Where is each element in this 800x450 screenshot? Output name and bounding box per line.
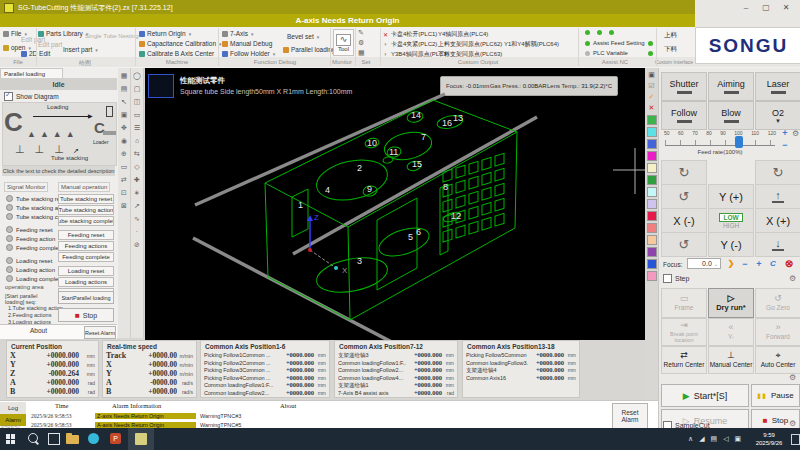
manual-center-button[interactable]: ⊥Manual Center [708,346,754,374]
break-point-button[interactable]: ⇥Break point location [661,318,707,346]
feed-plus-button[interactable]: + [779,128,791,138]
active-app-icon[interactable] [135,433,147,445]
stop-loading-button[interactable]: ■Stop [58,308,114,322]
palette-color-swatch[interactable] [647,163,657,173]
manual-operation-button[interactable]: Tube stacking action [58,205,114,215]
cad-tool-icon[interactable]: ◫ [134,98,141,111]
feed-slider-handle[interactable] [735,136,743,148]
custom-output-item[interactable]: Y4轴回原点(PLC4) [438,29,502,39]
cad-tool-icon[interactable]: ⇄ [121,176,127,189]
custom-output-item[interactable]: 下料支架回原点(PLC63) [438,49,502,59]
jog-settings-gear-icon[interactable] [789,274,796,283]
show-diagram-checkbox[interactable]: Show Diagram [4,92,59,101]
reset-alarm-button-left[interactable]: Reset Alarm [84,326,116,339]
auto-center-button[interactable]: ⌖Auto Center [755,346,800,374]
palette-color-swatch[interactable] [647,127,657,137]
palette-color-swatch[interactable] [647,175,657,185]
parts-library-button[interactable]: Parts Library [38,30,88,37]
cad-tool-icon[interactable]: ▣ [121,111,128,124]
manual-operation-button[interactable]: Tube stacking complete [58,216,114,226]
focus-minus-button[interactable]: − [739,258,751,269]
powerpoint-icon[interactable]: P [110,433,121,444]
rotate-a-ccw-button[interactable]: ↺ [661,184,707,209]
taskbar-clock[interactable]: 9:59 2025/9/26 [750,431,788,448]
center-settings-gear-icon[interactable] [789,373,796,382]
alarm-log-row[interactable]: 2025/9/26 9:58:53Z-axis Needs Return Ori… [27,411,607,420]
pause-button[interactable]: ▮▮Pause [751,384,800,407]
cad-tool-icon[interactable]: ◉ [121,137,127,150]
hint-bar[interactable]: Click the text to check the detailed des… [2,166,115,176]
start-button-windows[interactable] [6,434,16,444]
palette-color-swatch[interactable] [647,235,657,245]
blow-button[interactable]: Blow [708,101,754,130]
cad-tool-icon[interactable]: ▢ [134,85,141,98]
notification-center-icon[interactable] [791,434,800,445]
cad-viewport[interactable]: 性能测试零件 Square tube Side length50mm X R1m… [145,68,645,340]
jog-y-plus-button[interactable]: Y (+) [708,184,754,209]
custom-output-item[interactable]: 上料支架回原点(PLC62) [438,39,502,49]
cad-tool-icon[interactable]: ▭ [134,111,141,124]
assist-nc-item[interactable]: PLC Variable [585,48,653,58]
feed-slider-track[interactable] [665,140,775,146]
tray-icon[interactable]: ▤ [711,435,718,443]
manual-operation-button[interactable]: Feeding reset [58,230,114,240]
step-checkbox[interactable]: Step [663,274,689,283]
palette-color-swatch[interactable] [647,271,657,281]
cad-tool-icon[interactable]: ✚ [134,176,140,189]
reset-alarm-button[interactable]: Reset Alarm [612,403,648,429]
palette-tool-icon[interactable]: ✕ [649,104,655,115]
tray-icon[interactable]: ◁ [723,435,728,443]
palette-color-swatch[interactable] [647,139,657,149]
shutter-button[interactable]: Shutter [661,72,707,101]
manual-operation-button[interactable]: Loading reset [58,266,114,276]
palette-color-swatch[interactable] [647,151,657,161]
task-view-icon[interactable] [48,433,60,445]
file-explorer-icon[interactable] [66,435,79,444]
cad-tool-icon[interactable]: ↖ [121,98,127,111]
calibrate-b-axis-button[interactable]: Calibrate B Axis Center [139,50,214,57]
palette-color-swatch[interactable] [647,211,657,221]
palette-color-swatch[interactable] [647,187,657,197]
tray-icon[interactable]: ▣ [735,435,742,443]
feed-minus-button[interactable]: − [779,140,791,150]
dry-run-button[interactable]: ▷Dry run* [708,288,754,318]
manual-operation-button[interactable]: Feeding complete [58,252,114,262]
manual-operation-button[interactable]: Tube stacking reset [58,194,114,204]
palette-tool-icon[interactable]: ▣ [648,71,655,82]
capacitance-calibration-button[interactable]: Capacitance Calibration [139,40,222,47]
cad-tool-icon[interactable]: · [136,228,138,241]
return-center-button[interactable]: ⇄Return Center [661,346,707,374]
frame-button[interactable]: ▭Frame [661,288,707,318]
cad-tool-icon[interactable]: ⊘ [134,241,140,254]
cad-tool-icon[interactable]: ⊕ [121,150,127,163]
palette-color-swatch[interactable] [647,115,657,125]
close-button[interactable]: ✕ [778,2,794,13]
backward-button[interactable]: «Y- [708,318,754,346]
palette-color-swatch[interactable] [647,259,657,269]
cad-tool-icon[interactable]: ⊠ [121,202,127,215]
edge-browser-icon[interactable] [88,433,99,444]
cad-tool-icon[interactable]: ▤ [121,85,128,98]
tray-icon[interactable]: ◢ [699,435,704,443]
rotate-b-plus-button[interactable]: ↻ [755,160,800,185]
speed-low-high-toggle[interactable]: LOW HIGH [708,208,754,233]
palette-color-swatch[interactable] [647,247,657,257]
minimize-button[interactable]: – [738,2,754,13]
rotate-a-plus-button[interactable]: ↻ [661,160,707,185]
cad-tool-icon[interactable]: ◇ [134,163,139,176]
palette-tool-icon[interactable]: ☑ [648,82,654,93]
jog-x-plus-button[interactable]: X (+) [755,208,800,233]
insert-part-button[interactable]: Insert part [63,46,98,53]
7-axis-button[interactable]: 7-Axis [222,30,254,37]
manual-operation-button[interactable]: Feeding actions [58,241,114,251]
o2-button[interactable]: O2▼ [755,101,800,130]
cad-tool-icon[interactable]: ◯ [133,72,141,85]
custom-output-extra[interactable]: Y1和Y4解耦(PLC64) [504,40,559,49]
tool-button[interactable]: ∿ Tool [333,29,354,56]
manual-debug-button[interactable]: Manual Debug [222,40,272,47]
about-tab[interactable]: About [30,327,47,334]
palette-color-swatch[interactable] [647,199,657,209]
cad-tool-icon[interactable]: ∿ [134,215,140,228]
set-tool-icon[interactable]: ✎ [358,29,365,37]
cad-tool-icon[interactable]: ✥ [121,124,127,137]
